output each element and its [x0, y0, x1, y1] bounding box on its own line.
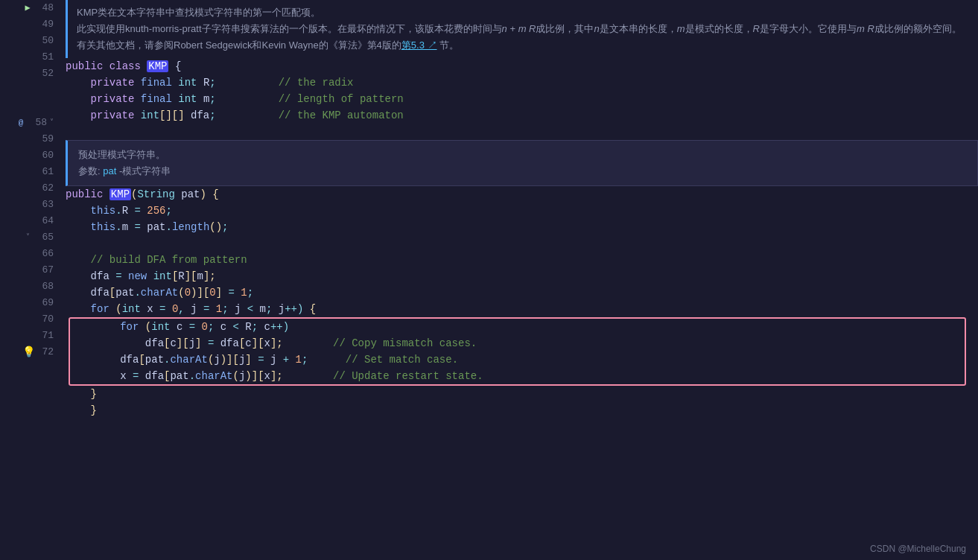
gutter-line-67: 67 — [0, 262, 54, 279]
chevron-down-icon-65[interactable]: ˅ — [22, 229, 33, 246]
doc-text-3: 有关其他文档，请参阅Robert Sedgewick和Kevin Wayne的《… — [77, 37, 969, 54]
gutter-line-50: 50 — [0, 33, 54, 49]
line-num-62: 62 — [36, 180, 54, 197]
code-line-65-inner: for (int x = 0, j = 1; j < m; j++) { — [66, 301, 978, 317]
code-line-48-inner: public class KMP { — [66, 58, 978, 74]
code-line-63: dfa = new int[R][m]; — [66, 268, 978, 284]
gutter-line-49: 49 — [0, 16, 54, 33]
code-line-58: public KMP(String pat) { — [66, 186, 978, 203]
code-line-67: dfa[c][j] = dfa[c][x]; // Copy mismatch … — [70, 335, 965, 351]
chevron-down-icon[interactable]: ˅ — [50, 115, 54, 131]
constructor-name-kmp: KMP — [109, 188, 131, 200]
code-line-50-inner: private final int m; // length of patter… — [66, 91, 978, 107]
code-area: ▶ 48 49 50 51 52 @ — [0, 0, 978, 560]
gutter-line-62: 62 — [0, 180, 54, 197]
line-num-69: 69 — [36, 295, 54, 311]
code-content: KMP类在文本字符串中查找模式字符串的第一个匹配项。 此实现使用knuth-mo… — [60, 0, 978, 560]
code-line-60: this.m = pat.length(); — [66, 219, 978, 235]
editor-container: ▶ 48 49 50 51 52 @ — [0, 0, 978, 560]
line-num-64: 64 — [36, 213, 54, 229]
watermark: CSDN @MichelleChung — [870, 544, 966, 554]
gutter-line-69: 69 — [0, 295, 54, 311]
code-line-48: public class KMP { — [66, 58, 978, 74]
lightbulb-icon[interactable]: 💡 — [22, 344, 33, 360]
code-line-71-inner: } — [66, 402, 978, 419]
code-line-58-inner: public KMP(String pat) { — [66, 186, 978, 203]
code-line-50: private final int m; // length of patter… — [66, 91, 978, 107]
code-line-62-inner: // build DFA from pattern — [66, 252, 978, 268]
gutter-line-71: 71 — [0, 328, 54, 344]
gutter-line-52: 52 — [0, 66, 54, 82]
run-icon[interactable]: ▶ — [22, 0, 33, 16]
code-line-66: for (int c = 0; c < R; c++) — [70, 319, 965, 335]
line-num-52: 52 — [36, 66, 54, 82]
code-line-63-inner: dfa = new int[R][m]; — [66, 268, 978, 284]
code-line-60-inner: this.m = pat.length(); — [66, 219, 978, 235]
code-line-52-inner — [66, 124, 978, 140]
line-num-50: 50 — [36, 33, 54, 49]
doc-link[interactable]: 第5.3 ↗ — [401, 39, 437, 51]
code-line-70: } — [66, 386, 978, 402]
gutter-line-68: 68 — [0, 279, 54, 295]
code-line-59-inner: this.R = 256; — [66, 203, 978, 219]
code-line-64: dfa[pat.charAt(0)][0] = 1; — [66, 284, 978, 301]
line-num-60: 60 — [36, 147, 54, 164]
code-line-68: dfa[pat.charAt(j)][j] = j + 1; // Set ma… — [70, 351, 965, 368]
gutter-line-64: 64 — [0, 213, 54, 229]
code-line-72 — [66, 419, 978, 435]
code-line-67-inner: dfa[c][j] = dfa[c][x]; // Copy mismatch … — [70, 335, 965, 351]
code-line-51-inner: private int[][] dfa; // the KMP automato… — [66, 107, 978, 124]
gutter-line-72: 💡 72 — [0, 344, 54, 360]
line-num-65: 65 — [36, 229, 54, 246]
gutter-line-58: @ 58 ˅ — [0, 115, 54, 131]
line-num-49: 49 — [36, 16, 54, 33]
line-num-72: 72 — [36, 344, 54, 360]
code-line-62: // build DFA from pattern — [66, 252, 978, 268]
line-num-61: 61 — [36, 164, 54, 180]
doc-comment-block: KMP类在文本字符串中查找模式字符串的第一个匹配项。 此实现使用knuth-mo… — [66, 0, 978, 58]
gutter-line-doc1 — [0, 82, 54, 98]
code-line-68-inner: dfa[pat.charAt(j)][j] = j + 1; // Set ma… — [70, 351, 965, 368]
line-num-58: 58 — [29, 115, 47, 131]
gutter-line-59: 59 — [0, 131, 54, 147]
line-num-66: 66 — [36, 246, 54, 262]
code-line-70-inner: } — [66, 386, 978, 402]
gutter-line-70: 70 — [0, 311, 54, 328]
code-line-72-inner — [66, 419, 978, 435]
doc-popup: 预处理模式字符串。 参数: pat -模式字符串 — [66, 140, 978, 186]
line-num-63: 63 — [36, 197, 54, 213]
red-box-section: for (int c = 0; c < R; c++) dfa[c][j] = … — [69, 317, 966, 386]
gutter-line-48: ▶ 48 — [0, 0, 54, 16]
code-line-66-inner: for (int c = 0; c < R; c++) — [70, 319, 965, 335]
gutter-line-doc2 — [0, 98, 54, 115]
doc-param-text: 参数: pat -模式字符串 — [78, 163, 967, 179]
line-num-48: 48 — [36, 0, 54, 16]
doc-text-1: KMP类在文本字符串中查找模式字符串的第一个匹配项。 — [77, 4, 969, 21]
doc-text-2: 此实现使用knuth-morris-pratt子字符串搜索算法的一个版本。在最坏… — [77, 21, 969, 37]
gutter-line-61: 61 — [0, 164, 54, 180]
line-num-59: 59 — [36, 131, 54, 147]
code-line-49: private final int R; // the radix — [66, 74, 978, 91]
code-line-49-inner: private final int R; // the radix — [66, 74, 978, 91]
param-name: pat — [103, 165, 116, 176]
line-num-71: 71 — [36, 328, 54, 344]
at-icon: @ — [16, 115, 26, 131]
code-line-61 — [66, 235, 978, 252]
gutter-line-51: 51 — [0, 49, 54, 66]
code-line-61-inner — [66, 235, 978, 252]
code-line-71: } — [66, 402, 978, 419]
line-num-51: 51 — [36, 49, 54, 66]
code-line-65: for (int x = 0, j = 1; j < m; j++) { — [66, 301, 978, 317]
gutter-line-66: 66 — [0, 246, 54, 262]
line-numbers: ▶ 48 49 50 51 52 @ — [0, 0, 60, 560]
line-num-70: 70 — [36, 311, 54, 328]
code-line-59: this.R = 256; — [66, 203, 978, 219]
code-line-69: x = dfa[pat.charAt(j)][x]; // Update res… — [70, 368, 965, 384]
class-name-kmp: KMP — [147, 60, 168, 72]
line-num-68: 68 — [36, 279, 54, 295]
code-line-52 — [66, 124, 978, 140]
doc-popup-text: 预处理模式字符串。 — [78, 147, 967, 163]
code-line-51: private int[][] dfa; // the KMP automato… — [66, 107, 978, 124]
code-line-69-inner: x = dfa[pat.charAt(j)][x]; // Update res… — [70, 368, 965, 384]
line-num-67: 67 — [36, 262, 54, 279]
